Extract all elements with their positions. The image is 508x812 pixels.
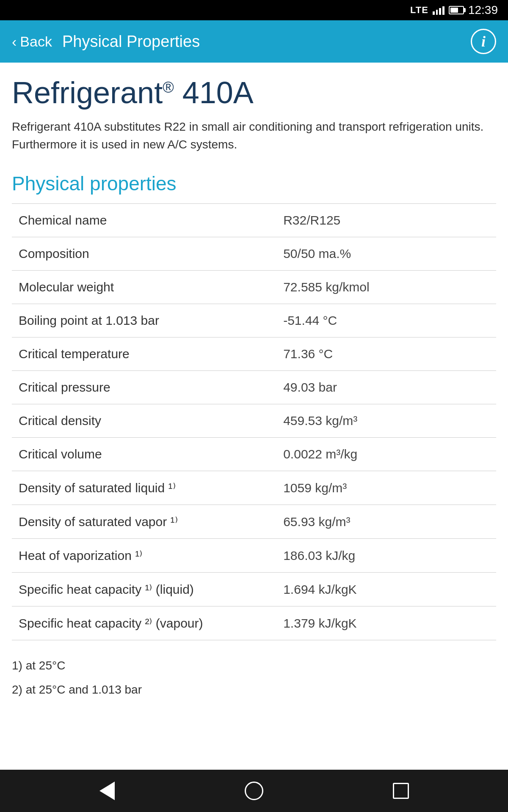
back-chevron-icon: ‹ xyxy=(12,34,17,49)
property-value: 1059 kg/m³ xyxy=(278,471,496,505)
status-time: 12:39 xyxy=(468,3,498,17)
table-row: Critical density459.53 kg/m³ xyxy=(12,404,496,438)
property-label: Density of saturated vapor ¹⁾ xyxy=(12,505,278,539)
refrigerant-description: Refrigerant 410A substitutes R22 in smal… xyxy=(12,118,496,154)
recents-square-icon xyxy=(393,783,409,799)
page-title: Refrigerant® 410A xyxy=(12,76,496,110)
main-content: Refrigerant® 410A Refrigerant 410A subst… xyxy=(0,63,508,770)
property-value: 71.36 °C xyxy=(278,337,496,371)
table-row: Density of saturated liquid ¹⁾1059 kg/m³ xyxy=(12,471,496,505)
table-row: Critical temperature71.36 °C xyxy=(12,337,496,371)
property-label: Composition xyxy=(12,237,278,271)
property-label: Critical temperature xyxy=(12,337,278,371)
table-row: Specific heat capacity ²⁾ (vapour)1.379 … xyxy=(12,606,496,640)
property-value: -51.44 °C xyxy=(278,304,496,337)
property-label: Critical pressure xyxy=(12,371,278,404)
refrigerant-word: Refrigerant xyxy=(12,76,163,110)
app-bar: ‹ Back Physical Properties i xyxy=(0,20,508,63)
property-value: R32/R125 xyxy=(278,204,496,237)
nav-home-button[interactable] xyxy=(241,778,267,804)
signal-icon xyxy=(433,5,444,15)
property-label: Heat of vaporization ¹⁾ xyxy=(12,539,278,573)
nav-back-button[interactable] xyxy=(94,778,120,804)
battery-fill xyxy=(450,8,458,13)
property-label: Chemical name xyxy=(12,204,278,237)
property-value: 49.03 bar xyxy=(278,371,496,404)
table-row: Molecular weight72.585 kg/kmol xyxy=(12,271,496,304)
info-button[interactable]: i xyxy=(471,29,496,54)
table-row: Chemical nameR32/R125 xyxy=(12,204,496,237)
property-value: 1.694 kJ/kgK xyxy=(278,573,496,606)
property-value: 186.03 kJ/kg xyxy=(278,539,496,573)
table-row: Critical volume0.0022 m³/kg xyxy=(12,438,496,471)
property-label: Critical density xyxy=(12,404,278,438)
table-row: Specific heat capacity ¹⁾ (liquid)1.694 … xyxy=(12,573,496,606)
lte-indicator: LTE xyxy=(410,5,428,16)
home-circle-icon xyxy=(245,782,263,800)
property-label: Specific heat capacity ²⁾ (vapour) xyxy=(12,606,278,640)
bottom-navigation xyxy=(0,770,508,812)
property-label: Specific heat capacity ¹⁾ (liquid) xyxy=(12,573,278,606)
table-row: Composition50/50 ma.% xyxy=(12,237,496,271)
table-row: Critical pressure49.03 bar xyxy=(12,371,496,404)
property-value: 0.0022 m³/kg xyxy=(278,438,496,471)
footnotes: 1) at 25°C 2) at 25°C and 1.013 bar xyxy=(12,657,496,698)
property-label: Boiling point at 1.013 bar xyxy=(12,304,278,337)
property-label: Critical volume xyxy=(12,438,278,471)
table-row: Heat of vaporization ¹⁾186.03 kJ/kg xyxy=(12,539,496,573)
status-bar-right: LTE 12:39 xyxy=(410,3,498,17)
property-value: 72.585 kg/kmol xyxy=(278,271,496,304)
registered-mark: ® xyxy=(163,79,174,96)
table-row: Density of saturated vapor ¹⁾65.93 kg/m³ xyxy=(12,505,496,539)
property-value: 1.379 kJ/kgK xyxy=(278,606,496,640)
footnote-2: 2) at 25°C and 1.013 bar xyxy=(12,681,496,698)
status-bar: LTE 12:39 xyxy=(0,0,508,20)
back-button[interactable]: ‹ Back xyxy=(12,33,52,50)
property-value: 459.53 kg/m³ xyxy=(278,404,496,438)
property-label: Molecular weight xyxy=(12,271,278,304)
table-row: Boiling point at 1.013 bar-51.44 °C xyxy=(12,304,496,337)
physical-properties-heading: Physical properties xyxy=(12,172,496,195)
back-triangle-icon xyxy=(99,782,115,800)
footnote-1: 1) at 25°C xyxy=(12,657,496,674)
back-label: Back xyxy=(20,33,52,50)
refrigerant-name: 410A xyxy=(174,76,254,110)
app-bar-title: Physical Properties xyxy=(62,33,200,51)
info-icon: i xyxy=(481,33,486,50)
battery-icon xyxy=(449,6,464,14)
properties-table: Chemical nameR32/R125Composition50/50 ma… xyxy=(12,203,496,640)
property-label: Density of saturated liquid ¹⁾ xyxy=(12,471,278,505)
property-value: 65.93 kg/m³ xyxy=(278,505,496,539)
nav-recents-button[interactable] xyxy=(388,778,414,804)
property-value: 50/50 ma.% xyxy=(278,237,496,271)
